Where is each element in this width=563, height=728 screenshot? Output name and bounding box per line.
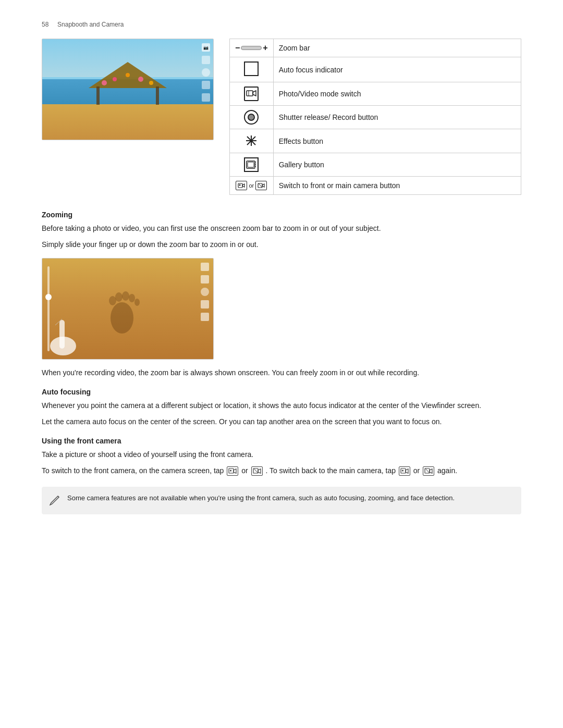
svg-point-28 (115, 292, 123, 302)
camera-switch-inline-icon-2 (251, 466, 263, 476)
svg-point-7 (126, 73, 130, 77)
switch-camera-icon-cell: or (230, 177, 274, 195)
svg-line-25 (259, 183, 262, 188)
auto-focusing-paragraph1: Whenever you point the camera at a diffe… (42, 400, 521, 411)
photo-video-icon (244, 87, 259, 101)
table-row: Auto focus indicator (230, 57, 521, 82)
zoom-label: Zoom bar (273, 39, 521, 57)
svg-rect-8 (247, 91, 253, 96)
camera-icon-svg-2 (253, 468, 261, 474)
svg-point-29 (122, 291, 129, 301)
svg-point-43 (402, 470, 403, 472)
front-camera-text-pre: To switch to the front camera, on the ca… (42, 466, 224, 475)
svg-marker-36 (234, 469, 236, 473)
note-pen-icon (50, 494, 61, 508)
front-camera-title: Using the front camera (42, 437, 521, 445)
section-name: Snapbooth and Camera (57, 21, 124, 28)
zoom-ui-icon-2 (201, 275, 209, 283)
zoom-position-dot (45, 294, 52, 300)
hand-gesture-icon (45, 310, 97, 356)
or-text-1: or (249, 182, 254, 189)
svg-rect-1 (96, 87, 100, 105)
beach-camera-screenshot: 📷 (42, 39, 214, 140)
svg-point-6 (149, 81, 153, 85)
svg-marker-9 (253, 91, 256, 96)
front-camera-or-1: or (241, 466, 248, 475)
auto-focusing-paragraph2: Let the camera auto focus on the center … (42, 416, 521, 427)
table-row: Gallery button (230, 153, 521, 177)
table-row: Shutter release/ Record button (230, 106, 521, 129)
table-row: − + Zoom bar (230, 39, 521, 57)
ui-icon-1: 📷 (202, 43, 210, 52)
autofocus-label: Auto focus indicator (273, 57, 521, 82)
zoom-ui-icon-4 (201, 300, 209, 309)
zooming-paragraph1: Before taking a photo or video, you can … (42, 223, 521, 234)
gallery-icon (244, 157, 259, 172)
footprint-illustration (102, 279, 144, 336)
shutter-icon (244, 110, 259, 125)
ui-elements-table: − + Zoom bar Auto focus indicator (229, 39, 521, 195)
page-header: 58 Snapbooth and Camera (42, 21, 521, 28)
zoom-bar-line (241, 46, 262, 50)
svg-rect-33 (59, 320, 65, 349)
ui-icon-5 (202, 93, 210, 102)
front-camera-text-mid: . To switch back to the main camera, tap (265, 466, 396, 475)
ui-icon-4 (202, 81, 210, 89)
front-camera-paragraph1: Take a picture or shoot a video of yours… (42, 449, 521, 460)
front-camera-or-2: or (413, 466, 420, 475)
svg-point-4 (113, 77, 117, 81)
zooming-paragraph2: Simply slide your finger up or down the … (42, 239, 521, 250)
svg-line-40 (254, 468, 258, 473)
table-row: Photo/Video mode switch (230, 82, 521, 106)
svg-point-5 (138, 77, 143, 82)
page-number: 58 (42, 21, 48, 28)
svg-line-47 (58, 496, 59, 497)
front-camera-section: Using the front camera Take a picture or… (42, 437, 521, 476)
camera-switch-inline-icon-1 (227, 466, 238, 476)
photo-video-icon-cell (230, 82, 274, 106)
pencil-icon-svg (50, 494, 61, 505)
svg-point-3 (102, 80, 107, 85)
effects-label: Effects button (273, 129, 521, 153)
zoom-minus-icon: − (235, 43, 240, 53)
gallery-label: Gallery button (273, 153, 521, 177)
zooming-section: Zooming Before taking a photo or video, … (42, 211, 521, 378)
svg-point-31 (134, 299, 140, 306)
autofocus-icon-cell (230, 57, 274, 82)
zoom-bar-icon: − + (235, 43, 268, 53)
photo-video-svg (246, 89, 256, 99)
svg-marker-45 (430, 469, 432, 473)
svg-point-22 (239, 184, 241, 186)
zoom-ui-icon-1 (201, 263, 209, 271)
zoom-ui-icon-5 (201, 313, 209, 321)
zoom-icon-cell: − + (230, 39, 274, 57)
effects-icon-cell (230, 129, 274, 153)
note-box: Some camera features are not available w… (42, 487, 521, 514)
camera-icon-svg-3 (400, 468, 409, 474)
switch-camera-icon: or (236, 181, 267, 190)
switch-camera-label: Switch to front or main camera button (273, 177, 521, 195)
svg-marker-21 (242, 184, 244, 187)
svg-rect-2 (156, 87, 159, 105)
table-row: Effects button (230, 129, 521, 153)
hut-illustration (83, 59, 172, 106)
auto-focusing-title: Auto focusing (42, 388, 521, 396)
svg-point-37 (230, 470, 231, 472)
svg-point-27 (109, 296, 116, 305)
camera-icon-svg-4 (424, 468, 433, 474)
zoom-camera-screenshot (42, 258, 214, 360)
zooming-title: Zooming (42, 211, 521, 219)
svg-rect-16 (248, 162, 254, 167)
gallery-svg (246, 159, 256, 170)
zooming-paragraph3: When you're recording video, the zoom ba… (42, 367, 521, 378)
front-camera-text-end: again. (437, 466, 457, 475)
shutter-icon-cell (230, 106, 274, 129)
effects-icon (244, 133, 259, 148)
camera-switch-inline-icon-3 (399, 466, 410, 476)
ui-icon-2 (202, 56, 210, 64)
auto-focusing-section: Auto focusing Whenever you point the cam… (42, 388, 521, 427)
effects-svg (245, 134, 258, 147)
svg-line-46 (425, 468, 430, 473)
note-text: Some camera features are not available w… (67, 493, 455, 503)
camera-icon-svg-1 (228, 468, 237, 474)
